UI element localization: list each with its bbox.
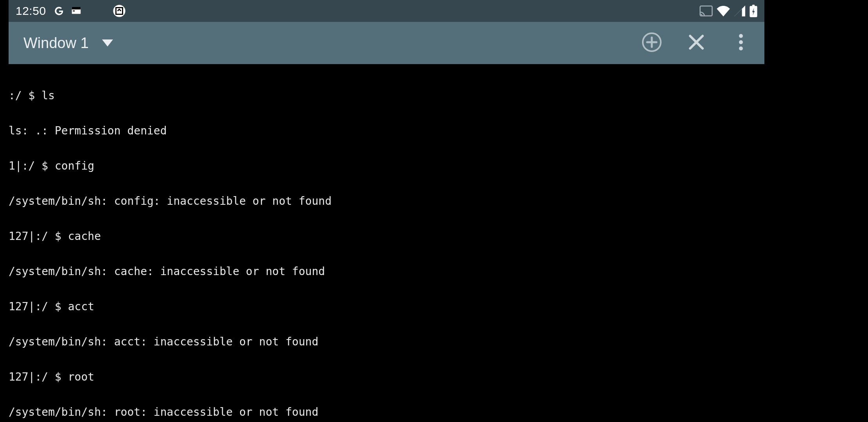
- cast-icon: [699, 5, 713, 16]
- terminal-output[interactable]: :/ $ ls ls: .: Permission denied 1|:/ $ …: [9, 64, 764, 422]
- app-toolbar: Window 1: [9, 22, 764, 64]
- chevron-down-icon: [102, 39, 113, 46]
- terminal-line: 127|:/ $ acct: [9, 301, 764, 313]
- svg-rect-2: [73, 11, 75, 12]
- close-icon: [688, 34, 705, 52]
- svg-point-14: [739, 40, 743, 44]
- svg-point-15: [739, 46, 743, 50]
- terminal-line: /system/bin/sh: acct: inaccessible or no…: [9, 336, 764, 348]
- google-icon: [53, 5, 65, 17]
- terminal-line: ls: .: Permission denied: [9, 125, 764, 137]
- battery-charging-icon: [750, 5, 757, 17]
- terminal-line: :/ $ ls: [9, 90, 764, 102]
- terminal-line: /system/bin/sh: root: inaccessible or no…: [9, 406, 764, 418]
- add-window-button[interactable]: [640, 31, 664, 55]
- wifi-icon: [717, 5, 730, 16]
- terminal-line: /system/bin/sh: config: inaccessible or …: [9, 195, 764, 207]
- window-title: Window 1: [23, 35, 89, 52]
- svg-rect-1: [72, 7, 81, 9]
- terminal-line: 1|:/ $ config: [9, 160, 764, 172]
- terminal-line: 127|:/ $ root: [9, 371, 764, 383]
- terminal-line: 127|:/ $ cache: [9, 231, 764, 242]
- terminal-app-icon: [70, 5, 82, 17]
- window-dropdown[interactable]: Window 1: [23, 35, 113, 52]
- status-bar: 12:50: [9, 0, 764, 22]
- plus-circle-icon: [642, 32, 662, 54]
- svg-rect-7: [752, 5, 755, 7]
- screenshot-icon: [113, 4, 126, 18]
- terminal-line: /system/bin/sh: cache: inaccessible or n…: [9, 266, 764, 277]
- more-vert-icon: [739, 34, 743, 52]
- close-window-button[interactable]: [685, 31, 708, 55]
- overflow-menu-button[interactable]: [729, 31, 753, 55]
- status-clock: 12:50: [16, 4, 46, 18]
- svg-point-3: [113, 5, 125, 17]
- svg-point-13: [739, 34, 743, 38]
- cellular-icon: [734, 5, 746, 16]
